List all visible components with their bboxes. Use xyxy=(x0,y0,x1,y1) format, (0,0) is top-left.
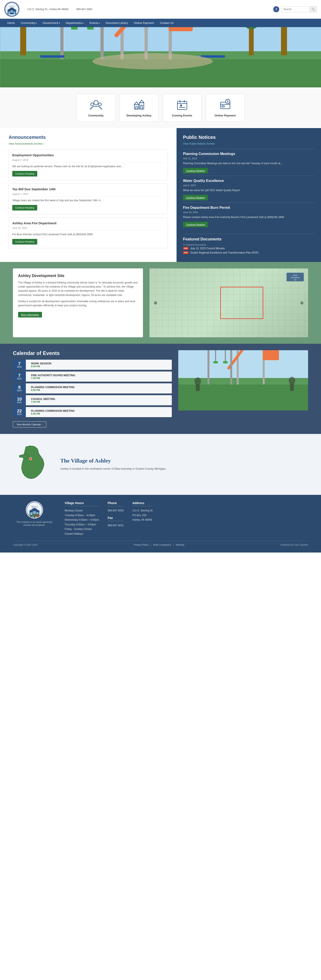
search-button[interactable]: 🔍 xyxy=(310,6,316,12)
announcements-archive-link[interactable]: View Announcements Archive xyxy=(9,142,44,145)
payment-card[interactable]: $ Online Payment xyxy=(206,94,245,122)
village-text: The Village of Ashley Ashley is located … xyxy=(60,458,308,471)
doc-label-0: July 13, 2023 Council Minutes xyxy=(190,247,225,250)
developing-card[interactable]: Developing Ashley xyxy=(120,94,159,122)
events-card[interactable]: Coming Events xyxy=(163,94,202,122)
featured-docs: Featured Documents ▼ Featured Documents … xyxy=(183,234,315,254)
svg-rect-29 xyxy=(87,27,94,30)
site-phone: 989-847-3060 xyxy=(76,8,92,11)
pn-text-1: What we strive for! pdf 2022 Water Quali… xyxy=(183,188,315,192)
doc-item-0[interactable]: PDF July 13, 2023 Council Minutes xyxy=(183,247,315,250)
nav-contact-us[interactable]: Contact Us xyxy=(157,19,176,27)
developing-icon xyxy=(133,99,146,111)
svg-text:Site: Site xyxy=(294,279,296,281)
doc-badge-0: PDF xyxy=(183,247,189,250)
pn-text-2: Please contact Ashley Area Fire Authorit… xyxy=(183,215,315,219)
svg-rect-6 xyxy=(10,10,13,13)
calendar-photo xyxy=(178,350,308,410)
doc-label-1: Gratiot Regional Excellence and Transfor… xyxy=(190,251,259,254)
logo-area: Village of Ashley xyxy=(4,2,19,17)
svg-rect-27 xyxy=(71,27,78,30)
footer-columns: Village Hours Monday Closed Tuesday 9:00… xyxy=(65,501,308,536)
development-section: Ashley Development Site The Village of A… xyxy=(0,262,321,344)
svg-text:$: $ xyxy=(227,100,229,103)
svg-point-74 xyxy=(289,377,295,384)
footer-phone-number: 989-847-3050 xyxy=(108,508,124,513)
community-card[interactable]: Community xyxy=(77,94,115,122)
nav-government[interactable]: Government xyxy=(40,19,63,27)
ann-title-0: Employment Opportunities xyxy=(12,153,164,157)
nav-community[interactable]: Community xyxy=(18,19,40,27)
svg-rect-23 xyxy=(60,27,64,59)
event-name-3: COUNCIL MEETING xyxy=(31,398,170,401)
doc-item-1[interactable]: PDF Gratiot Regional Excellence and Tran… xyxy=(183,251,315,254)
nav-events[interactable]: Events xyxy=(87,19,103,27)
svg-point-32 xyxy=(92,53,213,70)
svg-rect-37 xyxy=(140,103,144,109)
svg-point-33 xyxy=(94,100,98,105)
svg-text:Development: Development xyxy=(291,277,299,278)
svg-rect-64 xyxy=(263,350,279,360)
search-form[interactable]: 🔍 xyxy=(281,6,317,12)
more-info-button[interactable]: More Information xyxy=(18,312,42,318)
svg-rect-71 xyxy=(223,361,227,364)
footer-phone-title: Phone xyxy=(108,501,124,506)
svg-point-72 xyxy=(194,377,201,385)
social-search-area: f 🔍 xyxy=(273,6,317,12)
search-input[interactable] xyxy=(281,8,310,11)
event-row-1: 7 AUG FIRE AUTHORITY BOARD MEETING 7:00 … xyxy=(13,372,172,382)
featured-docs-subtitle: ▼ Featured Documents xyxy=(183,243,315,246)
calendar-section: Calendar of Events 7 AUG WORK SESSION 6:… xyxy=(0,344,321,434)
event-time-3: 7:00 PM xyxy=(31,401,170,403)
nav-home[interactable]: Home xyxy=(4,19,18,27)
hero-banner xyxy=(0,27,321,88)
ada-compliance-link[interactable]: ADA Compliance xyxy=(153,544,171,546)
payment-label: Online Payment xyxy=(210,114,240,117)
pn-continue-2[interactable]: Continue Reading xyxy=(183,222,208,227)
pn-date-2: June 20, 2023 xyxy=(183,211,315,213)
nav-departments[interactable]: Departments xyxy=(63,19,87,27)
calendar-events-list: Calendar of Events 7 AUG WORK SESSION 6:… xyxy=(13,350,172,428)
continue-reading-0[interactable]: Continue Reading xyxy=(12,171,37,177)
continue-reading-1[interactable]: Continue Reading xyxy=(12,205,37,210)
view-monthly-calendar-button[interactable]: View Monthly Calendar › xyxy=(13,422,46,428)
pn-continue-0[interactable]: Continue Reading xyxy=(183,168,208,173)
privacy-policy-link[interactable]: Privacy Policy xyxy=(134,544,149,546)
event-name-1: FIRE AUTHORITY BOARD MEETING xyxy=(31,374,170,377)
svg-point-86 xyxy=(30,516,32,517)
footer-logo: Village of Ashley xyxy=(26,501,43,519)
svg-point-35 xyxy=(99,103,102,106)
footer-hours-line-3: Thursday 9:00am – 4:00pm xyxy=(65,522,99,527)
announcement-card: Tax Bill Due September 14th August 1, 20… xyxy=(9,184,168,214)
continue-reading-2[interactable]: Continue Reading xyxy=(12,239,37,245)
event-date-0: 7 AUG xyxy=(13,360,26,370)
event-time-0: 6:00 PM xyxy=(31,365,170,368)
event-time-1: 7:00 PM xyxy=(31,377,170,379)
footer-hours-line-4: Friday - Sunday Closed xyxy=(65,527,99,531)
pn-title: Public Notices xyxy=(183,135,315,140)
footer-phone-fax-col: Phone 989-847-3050 Fax 989-847-4031 xyxy=(108,501,124,536)
nav-bar: Home Community Government Departments Ev… xyxy=(0,19,321,27)
village-section: The Village of Ashley Ashley is located … xyxy=(0,434,321,495)
event-name-2: PLANNING COMMISSION MEETING xyxy=(31,386,170,389)
event-time-4: 6:00 PM xyxy=(31,412,170,415)
events-icon xyxy=(176,99,189,111)
facebook-icon[interactable]: f xyxy=(273,6,279,12)
logo-circle: Village of Ashley xyxy=(4,2,19,17)
nav-online-payment[interactable]: Online Payment xyxy=(131,19,157,27)
ann-date-0: August 2, 2023 xyxy=(12,159,164,163)
top-bar: Village of Ashley 114 S. Sterling St., A… xyxy=(0,0,321,19)
pn-notice-title-0: Planning Commission Meetings xyxy=(183,149,315,156)
nav-document-library[interactable]: Document Library xyxy=(103,19,131,27)
event-row-0: 7 AUG WORK SESSION 6:00 PM xyxy=(13,360,172,370)
footer-address-line-0: 114 S. Sterling St. xyxy=(132,508,153,513)
pn-continue-1[interactable]: Continue Reading xyxy=(183,195,208,200)
footer: Village of Ashley This institution is an… xyxy=(0,495,321,552)
ann-text-2: For Burn Permits contact First Lieutenan… xyxy=(12,232,164,236)
mi-map xyxy=(13,442,52,486)
pn-archive-link[interactable]: View Public Notices Archive xyxy=(183,142,215,145)
icon-cards-section: Community Developing Ashley xyxy=(0,88,321,128)
sitemap-link[interactable]: Sitemap xyxy=(175,544,184,546)
svg-point-34 xyxy=(91,103,94,106)
ann-date-1: August 1, 2023 xyxy=(12,192,164,197)
